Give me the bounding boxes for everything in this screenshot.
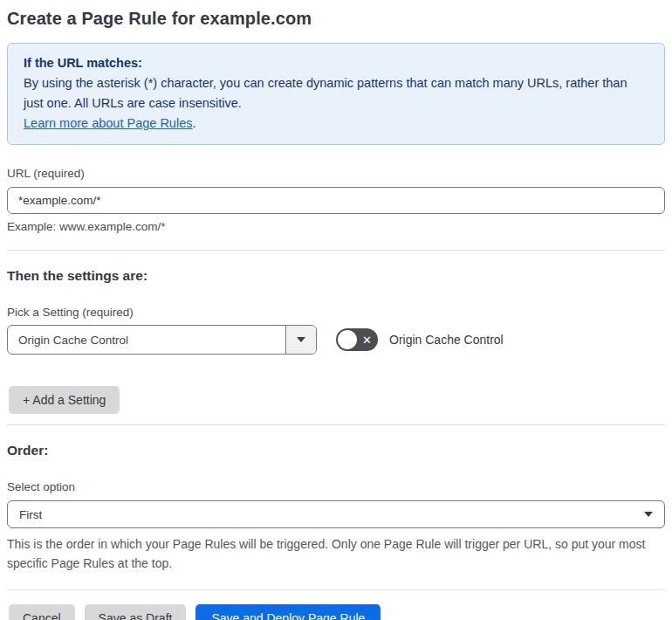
info-box-heading: If the URL matches:: [24, 53, 648, 73]
url-field-label: URL (required): [7, 167, 665, 180]
divider: [7, 424, 665, 425]
save-and-deploy-button[interactable]: Save and Deploy Page Rule: [195, 604, 381, 620]
divider: [7, 589, 665, 590]
chevron-down-icon: [644, 512, 653, 517]
url-example-text: Example: www.example.com/*: [7, 220, 665, 233]
save-as-draft-button[interactable]: Save as Draft: [85, 604, 187, 620]
url-match-info-box: If the URL matches: By using the asteris…: [7, 43, 665, 145]
order-help-text: This is the order in which your Page Rul…: [7, 534, 657, 573]
info-box-link-line: Learn more about Page Rules.: [24, 114, 648, 134]
settings-section-heading: Then the settings are:: [7, 268, 665, 284]
order-select-value: First: [19, 508, 42, 521]
page-rule-form: Create a Page Rule for example.com If th…: [0, 0, 672, 620]
order-select-label: Select option: [7, 480, 665, 493]
add-setting-button[interactable]: + Add a Setting: [9, 386, 120, 414]
setting-select[interactable]: Origin Cache Control: [7, 325, 317, 355]
toggle-knob: [338, 330, 357, 349]
link-suffix: .: [192, 116, 195, 130]
footer-actions: Cancel Save as Draft Save and Deploy Pag…: [7, 604, 665, 620]
toggle-off-x-icon: ✕: [362, 334, 372, 346]
learn-more-link[interactable]: Learn more about Page Rules: [24, 116, 192, 130]
setting-select-value: Origin Cache Control: [8, 334, 128, 347]
chevron-down-icon: [297, 337, 305, 342]
url-input[interactable]: [7, 187, 665, 214]
order-select[interactable]: First: [7, 500, 665, 528]
setting-select-arrow-button[interactable]: [285, 326, 316, 354]
origin-cache-control-toggle[interactable]: ✕: [336, 328, 378, 351]
divider: [7, 250, 665, 251]
info-box-body: By using the asterisk (*) character, you…: [24, 73, 648, 114]
cancel-button[interactable]: Cancel: [9, 604, 75, 620]
page-title: Create a Page Rule for example.com: [7, 9, 665, 29]
setting-row: Origin Cache Control ✕ Origin Cache Cont…: [7, 325, 665, 355]
order-section-heading: Order:: [7, 443, 665, 458]
toggle-label: Origin Cache Control: [389, 333, 504, 347]
pick-setting-label: Pick a Setting (required): [7, 306, 665, 319]
